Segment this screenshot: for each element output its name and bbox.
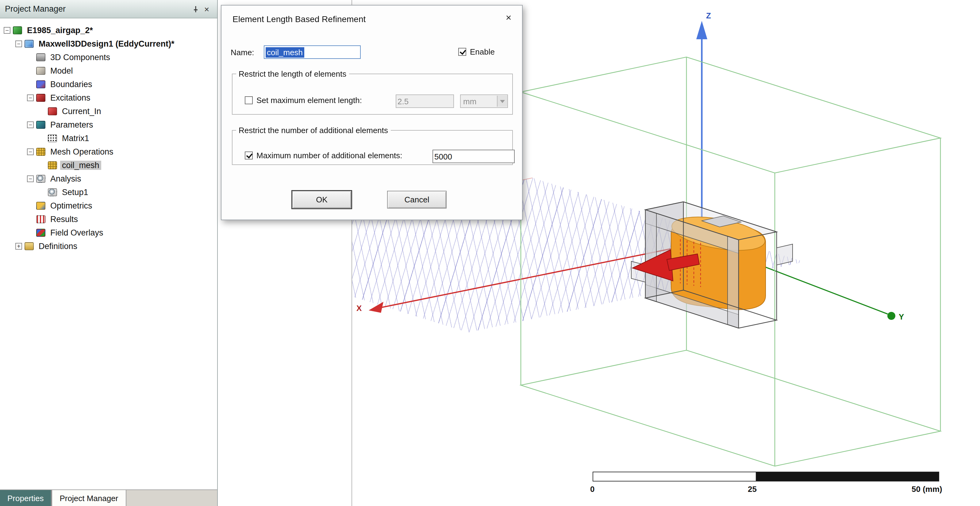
collapse-toggle-icon[interactable]: − (4, 27, 10, 33)
length-row: Set maximum element length: 2.5 mm (245, 95, 506, 105)
tree-item-optimetrics[interactable]: Optimetrics (0, 199, 217, 212)
tree-item-definitions[interactable]: +Definitions (0, 239, 217, 253)
expand-toggle-icon[interactable]: + (15, 243, 22, 249)
tree-item-label: Mesh Operations (48, 147, 115, 156)
components-icon (36, 53, 45, 61)
collapse-toggle-icon[interactable]: − (15, 40, 22, 47)
tree-item-3d-components[interactable]: 3D Components (0, 50, 217, 64)
enable-checkbox[interactable] (458, 48, 466, 56)
results-icon (36, 215, 45, 223)
tree-item-matrix1[interactable]: Matrix1 (0, 131, 217, 145)
scale-bar-black-segment (756, 472, 939, 481)
max-elements-input[interactable]: 5000 (433, 150, 515, 163)
parameters-icon (36, 121, 45, 129)
tree-item-parameters[interactable]: −Parameters (0, 118, 217, 131)
design-icon (25, 40, 34, 48)
x-axis-label: X (356, 304, 362, 313)
definitions-icon (25, 242, 34, 250)
collapse-toggle-icon[interactable]: − (27, 175, 34, 182)
project-manager-panel: Project Manager × −E1985_airgap_2*−Maxwe… (0, 0, 218, 506)
close-icon[interactable]: × (201, 3, 212, 14)
scale-bar-white-segment (593, 472, 756, 481)
tree-item-label: Excitations (48, 93, 92, 102)
tree-connector (27, 216, 34, 222)
tree-connector (39, 189, 45, 195)
max-elements-value: 5000 (434, 152, 452, 161)
collapse-toggle-icon[interactable]: − (27, 121, 34, 128)
tree-item-label: Model (48, 66, 75, 75)
tab-properties[interactable]: Properties (0, 490, 52, 506)
tree-connector (39, 108, 45, 115)
scale-label-25: 25 (748, 485, 757, 494)
tree-item-label: Field Overlays (48, 228, 105, 237)
cancel-button[interactable]: Cancel (387, 191, 447, 208)
tab-project-manager[interactable]: Project Manager (52, 490, 126, 506)
tree-item-coil-mesh[interactable]: coil_mesh (0, 158, 217, 172)
tree-item-e1985-airgap-2-[interactable]: −E1985_airgap_2* (0, 23, 217, 37)
max-length-label: Set maximum element length: (256, 95, 362, 105)
tree-item-label: Boundaries (48, 80, 94, 89)
application-window: Project Manager × −E1985_airgap_2*−Maxwe… (0, 0, 980, 506)
tree-item-label: Optimetrics (48, 201, 94, 210)
tree-item-model[interactable]: Model (0, 64, 217, 77)
tree-item-label: Matrix1 (60, 134, 91, 143)
tree-item-field-overlays[interactable]: Field Overlays (0, 226, 217, 239)
scale-bar (593, 472, 939, 482)
panel-tab-bar: Properties Project Manager (0, 489, 217, 506)
max-length-checkbox[interactable] (245, 96, 253, 104)
z-axis: Z (696, 11, 711, 228)
collapse-toggle-icon[interactable]: − (27, 148, 34, 155)
project-tree: −E1985_airgap_2*−Maxwell3DDesign1 (EddyC… (0, 20, 217, 490)
tree-item-setup1[interactable]: Setup1 (0, 185, 217, 199)
project-manager-header: Project Manager × (0, 0, 217, 18)
max-length-value: 2.5 (398, 97, 409, 106)
tree-item-label: E1985_airgap_2* (25, 25, 95, 35)
tree-item-label: Analysis (48, 174, 83, 183)
enable-label: Enable (470, 47, 495, 56)
length-groupbox: Restrict the length of elements Set maxi… (232, 69, 513, 115)
ok-button[interactable]: OK (292, 191, 352, 208)
mesh-icon (36, 148, 45, 156)
tree-item-label: Setup1 (60, 188, 90, 197)
tree-item-label: Parameters (48, 120, 95, 129)
element-length-refinement-dialog: Element Length Based Refinement × Name: … (221, 5, 523, 220)
tree-item-results[interactable]: Results (0, 212, 217, 226)
count-group-title: Restrict the number of additional elemen… (236, 126, 390, 135)
count-groupbox: Restrict the number of additional elemen… (232, 126, 513, 165)
name-input[interactable]: coil_mesh (264, 45, 361, 59)
dialog-close-icon[interactable]: × (503, 12, 515, 24)
tree-item-boundaries[interactable]: Boundaries (0, 77, 217, 91)
tree-item-excitations[interactable]: −Excitations (0, 91, 217, 104)
tree-connector (27, 54, 34, 60)
boundaries-icon (36, 80, 45, 88)
analysis-icon (36, 175, 45, 183)
tree-item-analysis[interactable]: −Analysis (0, 172, 217, 185)
unit-dropdown[interactable]: mm (460, 94, 508, 108)
model-icon (36, 67, 45, 75)
tree-item-label: Definitions (37, 241, 79, 251)
excitations-icon (36, 94, 45, 102)
current-icon (48, 107, 57, 115)
dialog-title: Element Length Based Refinement (232, 14, 366, 24)
count-row: Maximum number of additional elements: 5… (245, 151, 506, 160)
mesh-icon (48, 161, 57, 169)
tree-connector (39, 162, 45, 169)
tree-connector (27, 229, 34, 236)
tree-item-mesh-operations[interactable]: −Mesh Operations (0, 145, 217, 158)
tree-item-maxwell3ddesign1-eddycurrent-[interactable]: −Maxwell3DDesign1 (EddyCurrent)* (0, 37, 217, 50)
dropdown-arrow-icon (497, 95, 508, 107)
optimetrics-icon (36, 202, 45, 210)
max-elements-label: Maximum number of additional elements: (256, 151, 402, 160)
collapse-toggle-icon[interactable]: − (27, 94, 34, 101)
scale-label-0: 0 (590, 485, 595, 494)
field-overlays-icon (36, 229, 45, 236)
max-length-input[interactable]: 2.5 (396, 94, 454, 108)
tree-connector (27, 202, 34, 209)
tree-item-current-in[interactable]: Current_In (0, 104, 217, 118)
panel-title: Project Manager (5, 4, 66, 13)
pin-icon[interactable] (190, 3, 201, 14)
tree-item-label: Current_In (60, 107, 103, 116)
unit-value: mm (463, 97, 476, 106)
max-elements-checkbox[interactable] (245, 151, 253, 159)
enable-row: Enable (458, 47, 495, 56)
